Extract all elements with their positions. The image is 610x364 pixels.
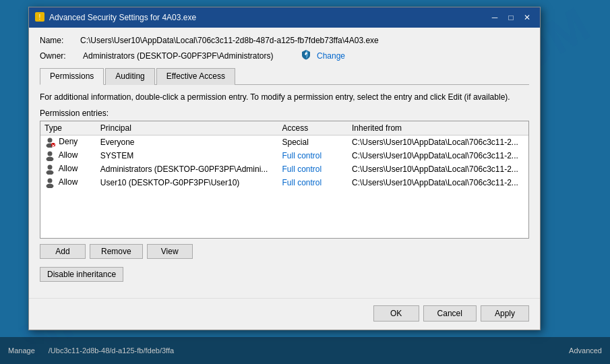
cell-principal: Administrators (DESKTOP-G0PF3PF\Admini..… — [96, 162, 278, 176]
name-value: C:\Users\User10\AppData\Local\706c3c11-2… — [80, 36, 529, 45]
table-row[interactable]: ✕ DenyEveryoneSpecialC:\Users\User10\App… — [40, 135, 528, 149]
action-buttons: Add Remove View — [40, 244, 529, 259]
cell-type: Allow — [40, 176, 96, 189]
cancel-button[interactable]: Cancel — [423, 305, 477, 322]
permission-rows: ✕ DenyEveryoneSpecialC:\Users\User10\App… — [40, 135, 528, 189]
tab-auditing[interactable]: Auditing — [105, 68, 154, 85]
name-label: Name: — [40, 36, 80, 45]
cell-inherited: C:\Users\User10\AppData\Local\706c3c11-2… — [348, 162, 528, 176]
permission-table: Type Principal Access Inherited from ✕ D… — [40, 121, 528, 189]
ok-button[interactable]: OK — [373, 305, 419, 322]
dialog-body: Name: C:\Users\User10\AppData\Local\706c… — [29, 28, 540, 295]
svg-text:!: ! — [39, 13, 41, 21]
cell-principal: SYSTEM — [96, 149, 278, 162]
col-inherited: Inherited from — [348, 121, 528, 135]
title-bar: ! Advanced Security Settings for 4A03.ex… — [29, 7, 540, 28]
svg-point-2 — [48, 138, 53, 142]
taskbar-item-3: Advanced — [569, 346, 602, 355]
cell-type: Allow — [40, 149, 96, 162]
dialog-title-icon: ! — [34, 11, 45, 24]
minimize-button[interactable]: ─ — [487, 11, 502, 24]
taskbar-item-2: /Ubc3c11-2d8b-48/d-a125-fb/fdeb/3ffa — [49, 346, 174, 355]
cell-principal: User10 (DESKTOP-G0PF3PF\User10) — [96, 176, 278, 189]
title-bar-left: ! Advanced Security Settings for 4A03.ex… — [34, 11, 196, 24]
svg-point-6 — [48, 151, 53, 156]
dialog-footer: OK Cancel Apply — [29, 298, 540, 330]
maximize-button[interactable]: □ — [504, 11, 518, 24]
cell-access: Full control — [278, 149, 348, 162]
content-area: For additional information, double-click… — [40, 85, 529, 287]
col-type: Type — [40, 121, 96, 135]
taskbar-item-1: Manage — [8, 346, 35, 355]
svg-text:✕: ✕ — [51, 143, 55, 148]
owner-value: Administrators (DESKTOP-G0PF3PF\Administ… — [83, 51, 295, 61]
change-link[interactable]: Change — [317, 51, 529, 61]
description-text: For additional information, double-click… — [40, 92, 529, 103]
view-button[interactable]: View — [147, 244, 193, 259]
cell-type: ✕ Deny — [40, 135, 96, 149]
cell-inherited: C:\Users\User10\AppData\Local\706c3c11-2… — [348, 149, 528, 162]
remove-button[interactable]: Remove — [90, 244, 143, 259]
apply-button[interactable]: Apply — [481, 305, 529, 322]
table-row[interactable]: AllowAdministrators (DESKTOP-G0PF3PF\Adm… — [40, 162, 528, 176]
cell-inherited: C:\Users\User10\AppData\Local\706c3c11-2… — [348, 176, 528, 189]
cell-access: Full control — [278, 176, 348, 189]
close-button[interactable]: ✕ — [520, 11, 535, 24]
table-row[interactable]: AllowUser10 (DESKTOP-G0PF3PF\User10)Full… — [40, 176, 528, 189]
cell-principal: Everyone — [96, 135, 278, 149]
col-principal: Principal — [96, 121, 278, 135]
tabs-container: Permissions Auditing Effective Access — [40, 67, 529, 85]
shield-icon — [301, 49, 311, 62]
svg-point-9 — [47, 170, 54, 175]
title-controls: ─ □ ✕ — [487, 11, 535, 24]
tab-permissions[interactable]: Permissions — [40, 68, 104, 85]
permission-table-container[interactable]: Type Principal Access Inherited from ✕ D… — [40, 121, 529, 239]
disable-inheritance-button[interactable]: Disable inheritance — [40, 267, 123, 282]
col-access: Access — [278, 121, 348, 135]
cell-inherited: C:\Users\User10\AppData\Local\706c3c11-2… — [348, 135, 528, 149]
tab-effective-access[interactable]: Effective Access — [156, 68, 235, 85]
svg-point-8 — [48, 164, 53, 169]
cell-type: Allow — [40, 162, 96, 176]
name-row: Name: C:\Users\User10\AppData\Local\706c… — [40, 36, 529, 45]
svg-point-10 — [48, 178, 53, 183]
table-row[interactable]: AllowSYSTEMFull controlC:\Users\User10\A… — [40, 149, 528, 162]
table-header-row: Type Principal Access Inherited from — [40, 121, 528, 135]
add-button[interactable]: Add — [40, 244, 86, 259]
taskbar-hint: Manage /Ubc3c11-2d8b-48/d-a125-fb/fdeb/3… — [0, 337, 610, 364]
svg-point-11 — [47, 183, 54, 188]
cell-access: Full control — [278, 162, 348, 176]
owner-label: Owner: — [40, 51, 80, 61]
cell-access: Special — [278, 135, 348, 149]
owner-row: Owner: Administrators (DESKTOP-G0PF3PF\A… — [40, 49, 529, 62]
svg-point-7 — [47, 156, 54, 161]
advanced-security-dialog: ! Advanced Security Settings for 4A03.ex… — [28, 7, 541, 330]
dialog-title: Advanced Security Settings for 4A03.exe — [49, 13, 196, 22]
section-label: Permission entries: — [40, 109, 529, 118]
